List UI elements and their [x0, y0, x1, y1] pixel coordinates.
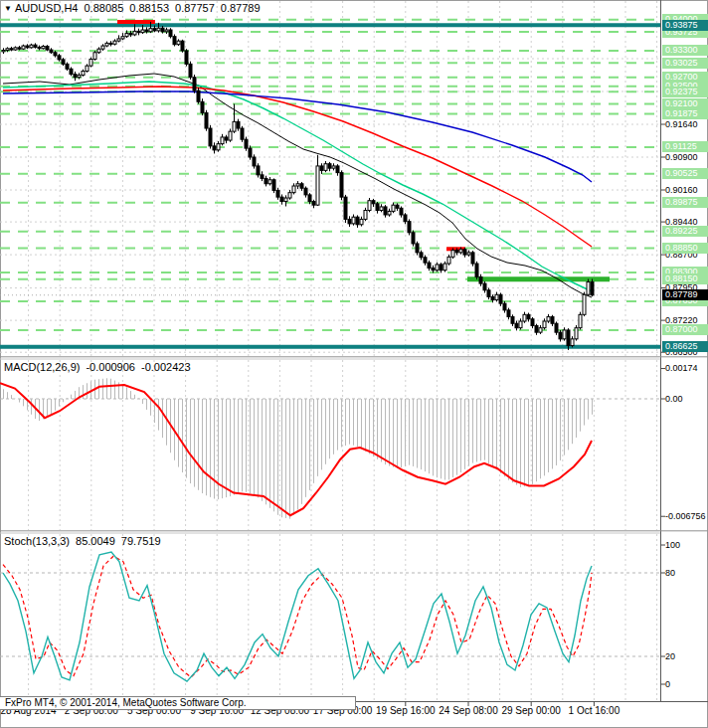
macd-label-bar: MACD(12,26,9)-0.000906-0.002423 [4, 361, 191, 373]
price-axis[interactable] [661, 0, 708, 701]
stoch-label-bar: Stoch(13,3,3)85.004979.7519 [4, 535, 161, 547]
chart-title-bar[interactable]: ▼AUDUSD,H40.880850.881530.877570.87789 [4, 2, 261, 14]
symbol-dropdown-icon[interactable]: ▼ [4, 4, 12, 13]
macd-main-value: -0.000906 [86, 361, 135, 373]
stoch-k-value: 85.0049 [76, 535, 115, 547]
brand-copyright: FxPro MT4, © 2001-2014, MetaQuotes Softw… [0, 696, 356, 710]
macd-panel-plot[interactable] [0, 360, 660, 531]
ohlc-high: 0.88153 [129, 2, 169, 14]
ohlc-low: 0.87757 [175, 2, 215, 14]
macd-name: MACD(12,26,9) [4, 361, 80, 373]
macd-signal-value: -0.002423 [141, 361, 191, 373]
ohlc-open: 0.88085 [85, 2, 124, 14]
stoch-d-value: 79.7519 [121, 535, 161, 547]
stoch-name: Stoch(13,3,3) [4, 535, 70, 547]
mt4-chart-window: ▼AUDUSD,H40.880850.881530.877570.87789 M… [0, 0, 708, 728]
ohlc-close: 0.87789 [221, 2, 261, 14]
symbol-period-label: AUDUSD,H4 [15, 2, 79, 14]
stoch-panel-plot[interactable] [0, 534, 660, 701]
main-chart-plot[interactable] [0, 0, 660, 357]
